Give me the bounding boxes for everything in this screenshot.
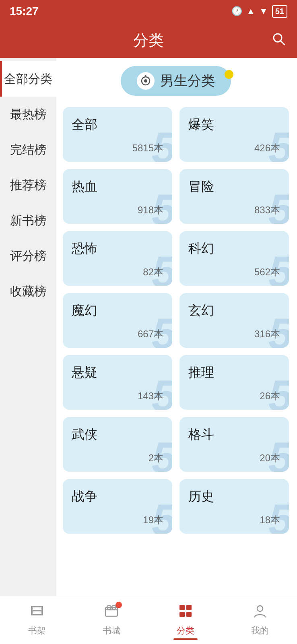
category-grid: 全部 5815本 5 爆笑 426本 5 热血 918本 5 冒险 833本 5… (63, 107, 289, 534)
svg-rect-9 (41, 606, 43, 615)
category-pill[interactable]: 男生分类 (121, 66, 231, 96)
mine-icon (252, 603, 268, 622)
nav-item-shelf[interactable]: 书架 (28, 603, 46, 637)
nav-item-store[interactable]: 书城 (103, 603, 120, 637)
svg-line-1 (280, 41, 285, 45)
category-card-all[interactable]: 全部 5815本 5 (63, 107, 172, 162)
status-bar: 15:27 🕐 ▲ ▼ 51 (0, 0, 297, 23)
sidebar-item-recommend[interactable]: 推荐榜 (0, 167, 56, 203)
svg-rect-15 (179, 612, 185, 617)
nav-label-shelf: 书架 (28, 625, 46, 637)
category-card-fantasy[interactable]: 魔幻 667本 5 (63, 293, 172, 348)
nav-item-category[interactable]: 分类 (177, 603, 194, 637)
clock-icon: 🕐 (231, 6, 242, 17)
sidebar-item-hot[interactable]: 最热榜 (0, 97, 56, 132)
category-card-xuan[interactable]: 玄幻 316本 5 (179, 293, 289, 348)
svg-rect-7 (31, 614, 43, 615)
nav-label-store: 书城 (103, 625, 120, 637)
sidebar-item-score[interactable]: 评分榜 (0, 238, 56, 274)
svg-point-17 (257, 606, 263, 611)
status-time: 15:27 (10, 5, 39, 18)
signal-icon: ▲ (246, 6, 255, 17)
main-layout: 全部分类 最热榜 完结榜 推荐榜 新书榜 评分榜 收藏榜 (0, 58, 297, 596)
battery-indicator: 51 (272, 5, 287, 18)
pill-dot (225, 70, 233, 79)
category-card-scifi[interactable]: 科幻 562本 5 (179, 231, 289, 286)
page-title: 分类 (133, 30, 164, 51)
active-underline (173, 638, 198, 640)
pill-icon (137, 72, 155, 90)
category-card-adventure[interactable]: 冒险 833本 5 (179, 169, 289, 224)
store-notification-dot (116, 602, 122, 608)
category-pill-container: 男生分类 (63, 66, 289, 96)
svg-rect-5 (31, 606, 43, 607)
category-card-war[interactable]: 战争 19本 5 (63, 479, 172, 534)
category-card-horror[interactable]: 恐怖 82本 5 (63, 231, 172, 286)
svg-rect-14 (186, 605, 192, 610)
sidebar-item-complete[interactable]: 完结榜 (0, 132, 56, 167)
svg-rect-8 (31, 606, 33, 615)
category-card-wuxia[interactable]: 武侠 2本 5 (63, 417, 172, 472)
shelf-icon (29, 603, 45, 622)
svg-rect-13 (179, 605, 185, 610)
nav-label-category: 分类 (177, 625, 194, 637)
wifi-icon: ▼ (259, 6, 268, 17)
header: 分类 (0, 23, 297, 58)
category-pill-label: 男生分类 (160, 72, 215, 90)
svg-point-3 (144, 79, 147, 83)
sidebar: 全部分类 最热榜 完结榜 推荐榜 新书榜 评分榜 收藏榜 (0, 58, 56, 596)
svg-rect-16 (186, 612, 192, 617)
category-card-fight[interactable]: 格斗 20本 5 (179, 417, 289, 472)
content-area: 男生分类 全部 5815本 5 爆笑 426本 5 热血 918本 5 (56, 58, 297, 596)
sidebar-item-collect[interactable]: 收藏榜 (0, 274, 56, 309)
category-card-detective[interactable]: 推理 26本 5 (179, 355, 289, 410)
category-card-mystery[interactable]: 悬疑 143本 5 (63, 355, 172, 410)
category-card-funny[interactable]: 爆笑 426本 5 (179, 107, 289, 162)
sidebar-item-new[interactable]: 新书榜 (0, 203, 56, 238)
sidebar-item-all[interactable]: 全部分类 (0, 61, 56, 97)
status-right: 🕐 ▲ ▼ 51 (231, 5, 287, 18)
search-button[interactable] (271, 31, 286, 50)
category-icon (178, 603, 193, 622)
nav-label-mine: 我的 (251, 625, 269, 637)
bottom-nav: 书架 书城 分类 (0, 596, 297, 644)
nav-item-mine[interactable]: 我的 (251, 603, 269, 637)
svg-rect-6 (31, 610, 43, 611)
category-card-hotblood[interactable]: 热血 918本 5 (63, 169, 172, 224)
category-card-history[interactable]: 历史 18本 5 (179, 479, 289, 534)
